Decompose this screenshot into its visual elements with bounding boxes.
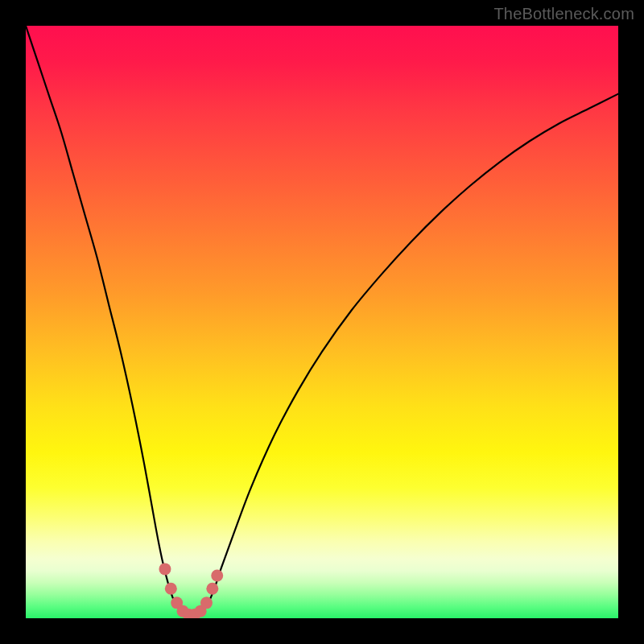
plot-area	[26, 26, 618, 618]
chart-svg	[26, 26, 618, 618]
watermark-text: TheBottleneck.com	[493, 5, 634, 23]
marker-dot	[200, 597, 213, 609]
marker-dot	[211, 570, 223, 582]
marker-dot	[165, 583, 177, 595]
frame: TheBottleneck.com	[0, 0, 644, 644]
marker-dot	[159, 563, 171, 575]
curve-line	[26, 26, 618, 615]
marker-dot	[206, 583, 218, 595]
